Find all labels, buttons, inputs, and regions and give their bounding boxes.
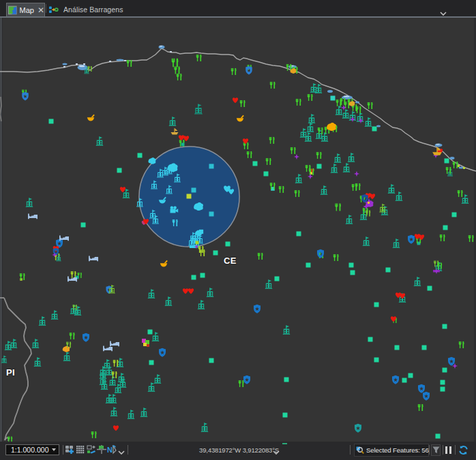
svg-text:N: N	[107, 446, 113, 454]
svg-text:PI: PI	[6, 367, 15, 378]
svg-text:CE: CE	[224, 256, 237, 266]
